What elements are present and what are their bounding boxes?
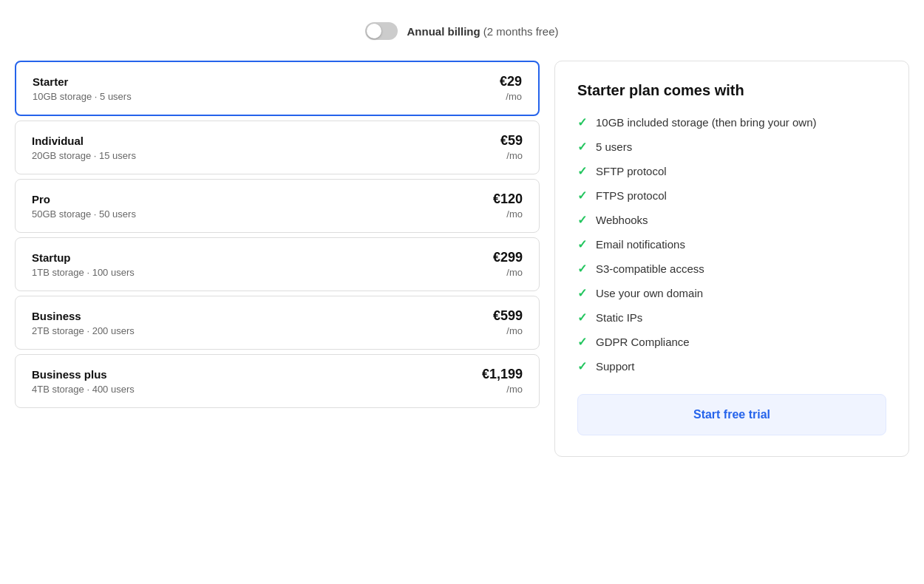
feature-text: Static IPs: [596, 311, 642, 324]
plan-price-starter: €29 /mo: [500, 74, 522, 103]
start-trial-button[interactable]: Start free trial: [577, 394, 886, 435]
plan-name-startup: Startup: [32, 251, 135, 264]
plan-details-individual: 20GB storage · 15 users: [32, 150, 136, 161]
feature-text: 5 users: [596, 140, 632, 153]
feature-item: ✓ Use your own domain: [577, 286, 886, 300]
feature-item: ✓ GDPR Compliance: [577, 335, 886, 349]
check-icon: ✓: [577, 335, 587, 349]
feature-item: ✓ Webhooks: [577, 213, 886, 227]
feature-text: Webhooks: [596, 214, 648, 226]
plan-card-business-plus[interactable]: Business plus 4TB storage · 400 users €1…: [15, 354, 540, 408]
check-icon: ✓: [577, 164, 587, 178]
plan-info-individual: Individual 20GB storage · 15 users: [32, 135, 136, 161]
billing-label: Annual billing (2 months free): [407, 25, 558, 38]
plan-price-amount-business: €599: [493, 308, 523, 324]
billing-toggle-row: Annual billing (2 months free): [365, 22, 558, 40]
plan-name-starter: Starter: [33, 75, 132, 88]
annual-billing-toggle[interactable]: [365, 22, 398, 40]
feature-item: ✓ 5 users: [577, 140, 886, 154]
plan-price-amount-startup: €299: [493, 250, 523, 265]
plan-card-pro[interactable]: Pro 50GB storage · 50 users €120 /mo: [15, 179, 540, 233]
plan-price-pro: €120 /mo: [493, 191, 523, 220]
features-panel-title: Starter plan comes with: [577, 82, 886, 99]
plan-price-startup: €299 /mo: [493, 250, 523, 279]
feature-text: GDPR Compliance: [596, 336, 690, 348]
plan-details-startup: 1TB storage · 100 users: [32, 267, 135, 278]
feature-text: Email notifications: [596, 238, 685, 251]
plan-details-business: 2TB storage · 200 users: [32, 325, 135, 336]
feature-text: Use your own domain: [596, 287, 703, 299]
plan-price-amount-business-plus: €1,199: [482, 367, 523, 382]
main-content: Starter 10GB storage · 5 users €29 /mo I…: [15, 61, 909, 457]
feature-item: ✓ Support: [577, 359, 886, 373]
plan-details-pro: 50GB storage · 50 users: [32, 208, 136, 220]
check-icon: ✓: [577, 189, 587, 203]
plan-name-business-plus: Business plus: [32, 368, 135, 381]
feature-item: ✓ SFTP protocol: [577, 164, 886, 178]
check-icon: ✓: [577, 262, 587, 276]
check-icon: ✓: [577, 359, 587, 373]
plan-card-startup[interactable]: Startup 1TB storage · 100 users €299 /mo: [15, 237, 540, 291]
plan-details-business-plus: 4TB storage · 400 users: [32, 384, 135, 395]
plan-info-startup: Startup 1TB storage · 100 users: [32, 251, 135, 278]
feature-text: FTPS protocol: [596, 189, 667, 202]
feature-text: SFTP protocol: [596, 165, 667, 177]
check-icon: ✓: [577, 286, 587, 300]
plan-price-period-pro: /mo: [506, 208, 523, 220]
features-panel: Starter plan comes with ✓ 10GB included …: [554, 61, 909, 457]
check-icon: ✓: [577, 213, 587, 227]
feature-text: S3-compatible access: [596, 262, 704, 275]
check-icon: ✓: [577, 140, 587, 154]
plan-price-period-starter: /mo: [506, 91, 522, 102]
plan-price-period-business-plus: /mo: [506, 384, 523, 395]
check-icon: ✓: [577, 237, 587, 251]
plan-card-individual[interactable]: Individual 20GB storage · 15 users €59 /…: [15, 120, 540, 174]
plan-price-business-plus: €1,199 /mo: [482, 367, 523, 395]
plan-price-period-business: /mo: [506, 325, 523, 336]
check-icon: ✓: [577, 310, 587, 325]
billing-months-free: (2 months free): [483, 25, 559, 38]
plan-price-amount-pro: €120: [493, 191, 523, 207]
feature-item: ✓ Email notifications: [577, 237, 886, 251]
feature-item: ✓ S3-compatible access: [577, 262, 886, 276]
check-icon: ✓: [577, 115, 587, 129]
plan-price-business: €599 /mo: [493, 308, 523, 337]
plan-name-individual: Individual: [32, 135, 136, 147]
plan-name-business: Business: [32, 310, 135, 322]
plan-card-business[interactable]: Business 2TB storage · 200 users €599 /m…: [15, 296, 540, 350]
plan-price-individual: €59 /mo: [500, 133, 523, 162]
plan-details-starter: 10GB storage · 5 users: [33, 91, 132, 102]
billing-toggle-label: Annual billing: [407, 25, 480, 38]
plan-price-amount-individual: €59: [500, 133, 523, 149]
plan-price-amount-starter: €29: [500, 74, 522, 89]
plan-info-starter: Starter 10GB storage · 5 users: [33, 75, 132, 102]
plan-price-period-startup: /mo: [506, 267, 523, 278]
plans-list: Starter 10GB storage · 5 users €29 /mo I…: [15, 61, 540, 408]
feature-item: ✓ Static IPs: [577, 310, 886, 325]
feature-item: ✓ FTPS protocol: [577, 189, 886, 203]
plan-info-pro: Pro 50GB storage · 50 users: [32, 193, 136, 220]
plan-price-period-individual: /mo: [506, 150, 523, 161]
plan-info-business-plus: Business plus 4TB storage · 400 users: [32, 368, 135, 395]
plan-info-business: Business 2TB storage · 200 users: [32, 310, 135, 336]
features-list: ✓ 10GB included storage (then bring your…: [577, 115, 886, 373]
feature-text: Support: [596, 360, 635, 373]
feature-text: 10GB included storage (then bring your o…: [596, 116, 817, 129]
feature-item: ✓ 10GB included storage (then bring your…: [577, 115, 886, 129]
plan-name-pro: Pro: [32, 193, 136, 206]
plan-card-starter[interactable]: Starter 10GB storage · 5 users €29 /mo: [15, 61, 540, 116]
